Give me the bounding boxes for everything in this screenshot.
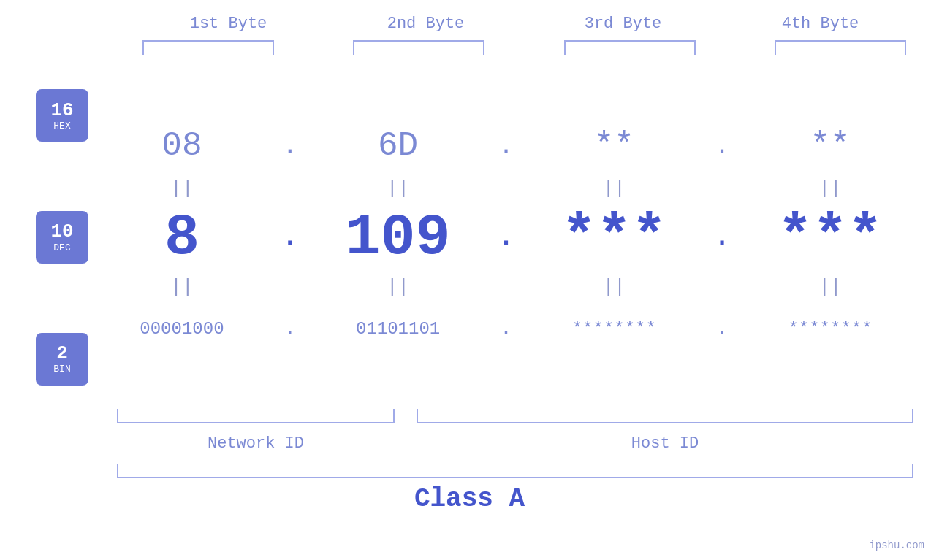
- bracket-bottom-host: [417, 409, 913, 423]
- class-bracket: [117, 464, 913, 478]
- eq1-b1-sign: ||: [170, 177, 193, 199]
- eq2-b1: ||: [102, 276, 262, 298]
- byte4-header: 4th Byte: [740, 15, 901, 33]
- dec-b4-value: ***: [778, 204, 883, 271]
- class-bracket-container: [117, 464, 913, 478]
- eq2-b2-sign: ||: [387, 276, 409, 298]
- bin-b1-value: 00001000: [140, 319, 224, 339]
- dec-badge-number: 10: [50, 221, 73, 242]
- eq2-b4: ||: [750, 276, 911, 298]
- bin-badge: 2 BIN: [36, 333, 88, 386]
- dec-b2-value: 109: [346, 204, 451, 271]
- hex-b3-value: **: [594, 127, 634, 165]
- dec-dot2: .: [491, 223, 520, 253]
- dec-b2-cell: 109: [318, 204, 479, 271]
- eq-row-1: || || || ||: [95, 175, 917, 201]
- hex-b2-cell: 6D: [318, 127, 479, 165]
- hex-b4-cell: **: [750, 127, 911, 165]
- watermark: ipshu.com: [869, 540, 924, 551]
- eq2-b3: ||: [533, 276, 694, 298]
- eq1-b4-sign: ||: [818, 177, 841, 199]
- dec-dot1: .: [275, 223, 305, 253]
- bin-b4-value: ********: [788, 319, 872, 339]
- top-brackets: [115, 40, 919, 55]
- dec-b1-value: 8: [164, 204, 199, 271]
- bottom-section: Network ID Host ID Class A: [0, 409, 939, 514]
- hex-dot3: .: [707, 131, 737, 161]
- hex-badge: 16 HEX: [36, 89, 88, 142]
- byte3-header: 3rd Byte: [543, 15, 704, 33]
- main-container: 1st Byte 2nd Byte 3rd Byte 4th Byte 16 H…: [0, 0, 939, 560]
- hex-dot1: .: [275, 131, 305, 161]
- eq1-b4: ||: [750, 177, 911, 199]
- bin-row: 00001000 . 01101101 . ******** . *******…: [95, 299, 917, 358]
- hex-row: 08 . 6D . ** . **: [95, 117, 917, 175]
- eq2-b2: ||: [318, 276, 479, 298]
- bottom-brackets: [117, 409, 913, 431]
- dec-b4-cell: ***: [750, 204, 911, 271]
- bin-badge-label: BIN: [53, 364, 70, 375]
- hex-badge-number: 16: [50, 100, 73, 121]
- hex-b1-value: 08: [161, 127, 202, 165]
- bin-badge-number: 2: [56, 343, 68, 364]
- dec-b1-cell: 8: [102, 204, 262, 271]
- network-id-label: Network ID: [117, 434, 395, 453]
- byte2-header: 2nd Byte: [346, 15, 506, 33]
- hex-b1-cell: 08: [102, 127, 262, 165]
- hex-badge-label: HEX: [53, 120, 70, 131]
- eq2-b3-sign: ||: [603, 276, 626, 298]
- byte1-header: 1st Byte: [148, 15, 309, 33]
- eq1-b2-sign: ||: [387, 177, 409, 199]
- id-labels: Network ID Host ID: [117, 434, 913, 453]
- bin-dot3: .: [707, 316, 737, 341]
- bracket-top-2: [353, 40, 484, 55]
- dec-row: 8 . 109 . *** . ***: [95, 201, 917, 274]
- hex-b2-value: 6D: [378, 127, 418, 165]
- bin-b2-value: 01101101: [356, 319, 440, 339]
- hex-b4-value: **: [810, 127, 850, 165]
- bin-b3-cell: ********: [533, 319, 694, 339]
- bracket-bottom-network: [117, 409, 395, 423]
- data-rows: 08 . 6D . ** . ** ||: [95, 117, 939, 358]
- bin-b3-value: ********: [572, 319, 656, 339]
- eq1-b3: ||: [533, 177, 694, 199]
- bin-b4-cell: ********: [750, 319, 911, 339]
- hex-b3-cell: **: [533, 127, 694, 165]
- bin-dot2: .: [491, 316, 520, 341]
- bin-b1-cell: 00001000: [102, 319, 262, 339]
- main-data-section: 16 HEX 10 DEC 2 BIN 08 . 6D: [0, 69, 939, 405]
- hex-dot2: .: [491, 131, 520, 161]
- class-label: Class A: [0, 484, 939, 514]
- eq1-b3-sign: ||: [603, 177, 626, 199]
- bin-b2-cell: 01101101: [318, 319, 479, 339]
- eq1-b1: ||: [102, 177, 262, 199]
- eq1-b2: ||: [318, 177, 479, 199]
- bracket-top-4: [775, 40, 906, 55]
- dec-badge: 10 DEC: [36, 211, 88, 264]
- byte-headers: 1st Byte 2nd Byte 3rd Byte 4th Byte: [115, 15, 919, 33]
- dec-badge-label: DEC: [53, 242, 70, 253]
- dec-b3-cell: ***: [533, 204, 694, 271]
- host-id-label: Host ID: [417, 434, 913, 453]
- dec-dot3: .: [707, 223, 737, 253]
- dec-b3-value: ***: [561, 204, 666, 271]
- bin-dot1: .: [275, 316, 305, 341]
- eq2-b4-sign: ||: [818, 276, 841, 298]
- eq-row-2: || || || ||: [95, 274, 917, 299]
- badges-column: 16 HEX 10 DEC 2 BIN: [0, 69, 95, 405]
- bracket-top-1: [142, 40, 274, 55]
- eq2-b1-sign: ||: [170, 276, 193, 298]
- bracket-top-3: [564, 40, 696, 55]
